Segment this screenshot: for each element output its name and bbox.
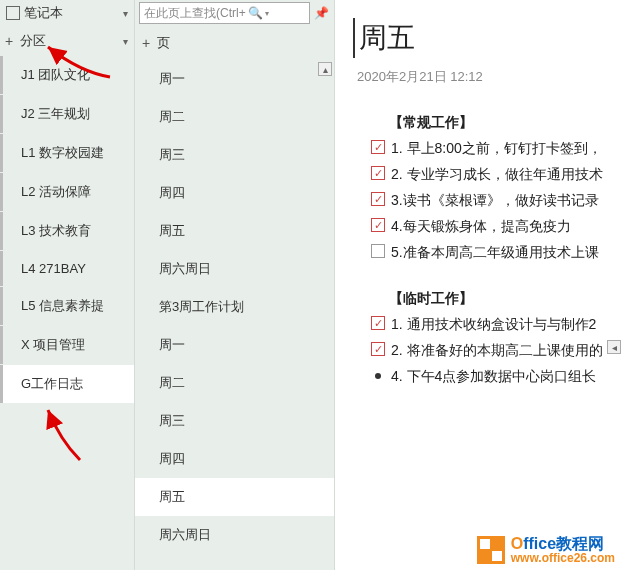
note-title-text: 周五 [359,19,415,57]
page-label: 周一 [159,71,185,86]
sections-header-label: 分区 [20,32,46,50]
pages-panel: 在此页上查找(Ctrl+ 🔍 ▾ 📌 + 页 ▴ 周一 周二 周三 周四 周五 … [135,0,335,570]
chevron-down-icon: ▾ [123,8,128,19]
page-label: 周四 [159,185,185,200]
section-item[interactable]: J1 团队文化 [0,56,134,94]
page-list: 周一 周二 周三 周四 周五 周六周日 第3周工作计划 周一 周二 周三 周四 … [135,60,334,570]
page-label: 第3周工作计划 [159,299,244,314]
watermark: Office教程网 www.office26.com [477,536,615,564]
routine-header: 【常规工作】 [389,114,621,132]
notebook-header[interactable]: 笔记本 ▾ [0,0,134,26]
pages-header[interactable]: + 页 [135,26,334,60]
note-title[interactable]: 周五 [353,18,621,58]
task-row[interactable]: ✓4.每天锻炼身体，提高免疫力 [371,216,621,236]
note-date: 2020年2月21日 12:12 [357,68,621,86]
section-item[interactable]: L1 数字校园建 [0,134,134,172]
task-text: 3.读书《菜根谭》，做好读书记录 [391,190,599,210]
chevron-down-icon: ▾ [123,36,128,47]
section-item[interactable]: L5 信息素养提 [0,287,134,325]
task-text: 4.每天锻炼身体，提高免疫力 [391,216,571,236]
notebook-icon [6,6,20,20]
notebook-label: 笔记本 [24,4,63,22]
page-item[interactable]: 周六周日 [135,516,334,554]
section-label: L2 活动保障 [21,184,91,199]
checkbox-icon[interactable]: ✓ [371,342,385,356]
note-body[interactable]: 【常规工作】 ✓1. 早上8:00之前，钉钉打卡签到， ✓2. 专业学习成长，做… [371,114,621,386]
page-item[interactable]: 周六周日 [135,250,334,288]
task-text: 1. 通用技术收纳盒设计与与制作2 [391,314,596,334]
section-label: X 项目管理 [21,337,85,352]
page-item[interactable]: 周四 [135,174,334,212]
page-label: 周二 [159,375,185,390]
page-item[interactable]: 周二 [135,364,334,402]
checkbox-icon[interactable]: ✓ [371,192,385,206]
checkbox-icon[interactable]: ✓ [371,140,385,154]
task-text: 1. 早上8:00之前，钉钉打卡签到， [391,138,602,158]
checkbox-icon[interactable]: ✓ [371,244,385,258]
page-item[interactable]: 第3周工作计划 [135,288,334,326]
section-item[interactable]: L4 271BAY [0,251,134,286]
task-text: 2. 将准备好的本期高二上课使用的 [391,340,603,360]
chevron-down-icon[interactable]: ▾ [265,9,269,18]
page-label: 周四 [159,451,185,466]
checkbox-icon[interactable]: ✓ [371,316,385,330]
task-text: 5.准备本周高二年级通用技术上课 [391,242,599,262]
task-row[interactable]: ✓1. 通用技术收纳盒设计与与制作2 [371,314,621,334]
watermark-brand-o: O [511,535,523,552]
task-row[interactable]: ✓2. 专业学习成长，做往年通用技术 [371,164,621,184]
page-label: 周三 [159,413,185,428]
section-item[interactable]: L2 活动保障 [0,173,134,211]
search-placeholder: 在此页上查找(Ctrl+ [144,5,246,22]
note-content: 周五 2020年2月21日 12:12 【常规工作】 ✓1. 早上8:00之前，… [335,0,621,570]
page-label: 周六周日 [159,261,211,276]
page-label: 周二 [159,109,185,124]
page-item[interactable]: 周一 [135,326,334,364]
section-label: L3 技术教育 [21,223,91,238]
page-item[interactable]: 周五 [135,212,334,250]
add-page-icon[interactable]: + [139,35,153,51]
task-row[interactable]: 4. 下午4点参加数据中心岗口组长 [371,366,621,386]
section-item-active[interactable]: G工作日志 [0,365,134,403]
section-label: G工作日志 [21,376,83,391]
bullet-icon [375,373,381,379]
task-row[interactable]: ✓2. 将准备好的本期高二上课使用的 [371,340,621,360]
watermark-text: Office教程网 www.office26.com [511,536,615,564]
task-row[interactable]: ✓1. 早上8:00之前，钉钉打卡签到， [371,138,621,158]
sections-panel: 笔记本 ▾ + 分区 ▾ J1 团队文化 J2 三年规划 L1 数字校园建 L2… [0,0,135,570]
page-item[interactable]: 周二 [135,98,334,136]
task-text: 2. 专业学习成长，做往年通用技术 [391,164,603,184]
search-row: 在此页上查找(Ctrl+ 🔍 ▾ 📌 [135,0,334,26]
section-item[interactable]: X 项目管理 [0,326,134,364]
add-section-icon[interactable]: + [2,33,16,49]
sections-header[interactable]: + 分区 ▾ [0,26,134,56]
pin-icon[interactable]: 📌 [312,4,330,22]
page-item[interactable]: 周一 [135,60,334,98]
page-label: 周六周日 [159,527,211,542]
section-item[interactable]: J2 三年规划 [0,95,134,133]
watermark-logo-icon [477,536,505,564]
scroll-indicator-icon[interactable]: ◂ [607,340,621,354]
section-label: L1 数字校园建 [21,145,104,160]
watermark-brand-rest: ffice教程网 [523,535,604,552]
page-label: 周五 [159,223,185,238]
page-item[interactable]: 周四 [135,440,334,478]
search-input[interactable]: 在此页上查找(Ctrl+ 🔍 ▾ [139,2,310,24]
checkbox-icon[interactable]: ✓ [371,166,385,180]
page-item[interactable]: 周三 [135,402,334,440]
section-label: L5 信息素养提 [21,298,104,313]
page-item-active[interactable]: 周五 [135,478,334,516]
search-icon[interactable]: 🔍 [248,6,263,20]
checkbox-icon[interactable]: ✓ [371,218,385,232]
page-item[interactable]: 周三 [135,136,334,174]
task-text: 4. 下午4点参加数据中心岗口组长 [391,366,596,386]
task-row[interactable]: ✓3.读书《菜根谭》，做好读书记录 [371,190,621,210]
section-label: L4 271BAY [21,261,86,276]
pages-header-label: 页 [157,34,170,52]
watermark-url: www.office26.com [511,552,615,564]
app-root: 笔记本 ▾ + 分区 ▾ J1 团队文化 J2 三年规划 L1 数字校园建 L2… [0,0,621,570]
task-row[interactable]: ✓5.准备本周高二年级通用技术上课 [371,242,621,262]
page-label: 周五 [159,489,185,504]
temp-header: 【临时工作】 [389,290,621,308]
section-item[interactable]: L3 技术教育 [0,212,134,250]
section-label: J1 团队文化 [21,67,90,82]
